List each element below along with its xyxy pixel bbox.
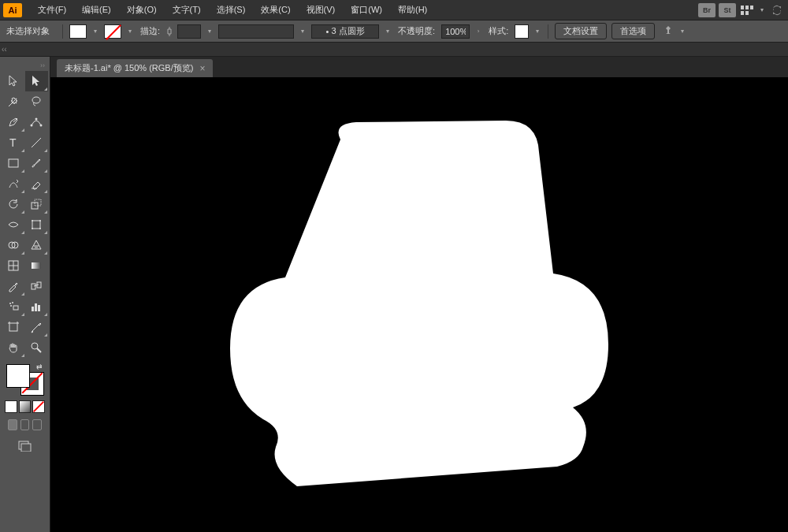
svg-point-5 bbox=[32, 97, 40, 103]
eraser-tool[interactable] bbox=[25, 173, 49, 194]
scale-tool[interactable] bbox=[25, 194, 49, 214]
svg-line-10 bbox=[32, 138, 41, 147]
style-swatch[interactable] bbox=[515, 24, 529, 39]
svg-rect-2 bbox=[750, 6, 753, 9]
preferences-button[interactable]: 首选项 bbox=[611, 23, 655, 39]
fill-stroke-swatches[interactable]: ⇄ bbox=[6, 364, 44, 396]
stroke-weight-dropdown[interactable]: ▾ bbox=[206, 25, 214, 38]
svg-point-41 bbox=[32, 343, 38, 349]
color-mode-solid[interactable] bbox=[5, 400, 17, 413]
type-tool[interactable]: T bbox=[2, 132, 25, 153]
menu-text[interactable]: 文字(T) bbox=[165, 1, 209, 19]
gradient-tool[interactable] bbox=[25, 255, 49, 276]
variable-width-dropdown[interactable] bbox=[218, 24, 294, 39]
direct-selection-tool[interactable] bbox=[25, 71, 49, 91]
document-tab-title: 未标题-1.ai* @ 150% (RGB/预览) bbox=[65, 62, 193, 74]
svg-point-31 bbox=[12, 302, 13, 303]
menu-window[interactable]: 窗口(W) bbox=[343, 1, 390, 19]
stock-icon[interactable]: St bbox=[719, 3, 736, 17]
swap-colors-icon[interactable]: ⇄ bbox=[36, 363, 43, 370]
svg-point-18 bbox=[32, 228, 33, 229]
free-transform-tool[interactable] bbox=[25, 214, 49, 235]
zoom-tool[interactable] bbox=[25, 337, 49, 358]
hand-tool[interactable] bbox=[2, 337, 25, 358]
app-logo: Ai bbox=[3, 3, 22, 17]
brush-profile[interactable]: • 3 点圆形 bbox=[311, 24, 379, 39]
menu-effect[interactable]: 效果(C) bbox=[253, 1, 298, 19]
svg-rect-1 bbox=[745, 6, 749, 9]
menu-file[interactable]: 文件(F) bbox=[30, 1, 74, 19]
pen-tool[interactable] bbox=[2, 112, 25, 132]
canvas[interactable] bbox=[50, 77, 788, 532]
svg-rect-15 bbox=[32, 221, 40, 229]
svg-rect-0 bbox=[741, 6, 744, 9]
profile-arrow[interactable]: ▾ bbox=[384, 25, 392, 38]
svg-point-6 bbox=[31, 125, 33, 127]
lasso-tool[interactable] bbox=[25, 91, 49, 112]
color-mode-gradient[interactable] bbox=[19, 400, 32, 413]
magic-wand-tool[interactable] bbox=[2, 91, 25, 112]
svg-rect-11 bbox=[9, 159, 18, 167]
tools-panel: ›› T bbox=[0, 57, 50, 532]
svg-point-32 bbox=[10, 305, 12, 307]
svg-text:T: T bbox=[9, 136, 17, 149]
svg-rect-33 bbox=[32, 307, 34, 311]
svg-rect-44 bbox=[21, 444, 31, 452]
opacity-arrow[interactable]: › bbox=[474, 25, 482, 38]
line-tool[interactable] bbox=[25, 132, 49, 153]
style-arrow[interactable]: ▾ bbox=[533, 25, 541, 38]
fill-dropdown[interactable]: ▾ bbox=[91, 25, 99, 38]
column-graph-tool[interactable] bbox=[25, 296, 49, 317]
svg-rect-3 bbox=[741, 11, 744, 15]
menu-select[interactable]: 选择(S) bbox=[209, 1, 254, 19]
menu-view[interactable]: 视图(V) bbox=[299, 1, 344, 19]
rectangle-tool[interactable] bbox=[2, 153, 25, 173]
symbol-sprayer-tool[interactable] bbox=[2, 296, 25, 317]
brush-profile-label: 3 点圆形 bbox=[331, 25, 364, 37]
svg-point-16 bbox=[32, 220, 33, 221]
color-mode-none[interactable] bbox=[32, 400, 45, 413]
panel-collapse-bar[interactable]: ‹‹ bbox=[0, 43, 788, 57]
shape-builder-tool[interactable] bbox=[2, 235, 25, 255]
menu-edit[interactable]: 编辑(E) bbox=[74, 1, 119, 19]
draw-normal[interactable] bbox=[8, 419, 17, 430]
selection-tool[interactable] bbox=[2, 71, 25, 91]
pin-icon[interactable] bbox=[663, 25, 674, 38]
close-tab-icon[interactable]: × bbox=[199, 63, 205, 74]
screen-mode-button[interactable] bbox=[16, 438, 35, 454]
sync-icon[interactable] bbox=[769, 3, 785, 17]
svg-rect-35 bbox=[38, 305, 40, 311]
blend-tool[interactable] bbox=[25, 276, 49, 296]
slice-tool[interactable] bbox=[25, 317, 49, 337]
menu-object[interactable]: 对象(O) bbox=[119, 1, 165, 19]
fill-swatch[interactable] bbox=[69, 24, 87, 39]
document-tabs: 未标题-1.ai* @ 150% (RGB/预览) × bbox=[50, 57, 788, 77]
fill-color[interactable] bbox=[6, 364, 30, 388]
bridge-icon[interactable]: Br bbox=[698, 3, 716, 17]
arrange-dropdown[interactable]: ▾ bbox=[758, 4, 766, 17]
shaper-tool[interactable] bbox=[2, 173, 25, 194]
pin-arrow[interactable]: ▾ bbox=[678, 25, 686, 38]
mesh-tool[interactable] bbox=[2, 255, 25, 276]
menu-help[interactable]: 帮助(H) bbox=[390, 1, 435, 19]
curvature-tool[interactable] bbox=[25, 112, 49, 132]
draw-inside[interactable] bbox=[32, 419, 42, 430]
artwork-shape bbox=[214, 116, 624, 494]
tools-header[interactable]: ›› bbox=[2, 60, 48, 71]
paintbrush-tool[interactable] bbox=[25, 153, 49, 173]
doc-setup-button[interactable]: 文档设置 bbox=[555, 23, 607, 39]
document-tab[interactable]: 未标题-1.ai* @ 150% (RGB/预览) × bbox=[57, 59, 213, 77]
opacity-input[interactable] bbox=[441, 24, 470, 39]
width-tool[interactable] bbox=[2, 214, 25, 235]
arrange-docs-icon[interactable] bbox=[739, 3, 755, 17]
artboard-tool[interactable] bbox=[2, 317, 25, 337]
stroke-swatch[interactable] bbox=[104, 24, 121, 39]
vwidth-arrow[interactable]: ▾ bbox=[299, 25, 307, 38]
stroke-dropdown[interactable]: ▾ bbox=[126, 25, 134, 38]
selection-status: 未选择对象 bbox=[6, 25, 56, 37]
perspective-tool[interactable] bbox=[25, 235, 49, 255]
rotate-tool[interactable] bbox=[2, 194, 25, 214]
stroke-weight-input[interactable] bbox=[177, 24, 201, 39]
draw-behind[interactable] bbox=[20, 419, 30, 430]
eyedropper-tool[interactable] bbox=[2, 276, 25, 296]
